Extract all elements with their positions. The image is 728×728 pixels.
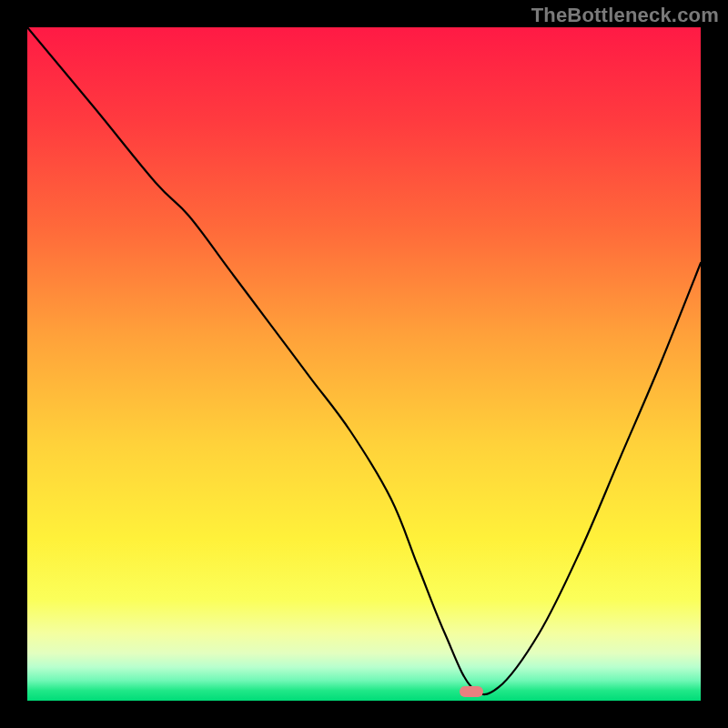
plot-area — [27, 27, 701, 701]
optimum-marker — [460, 686, 483, 697]
curve-layer — [27, 27, 701, 701]
watermark-text: TheBottleneck.com — [531, 4, 719, 27]
bottleneck-curve — [27, 27, 701, 694]
chart-frame: TheBottleneck.com — [0, 0, 728, 728]
